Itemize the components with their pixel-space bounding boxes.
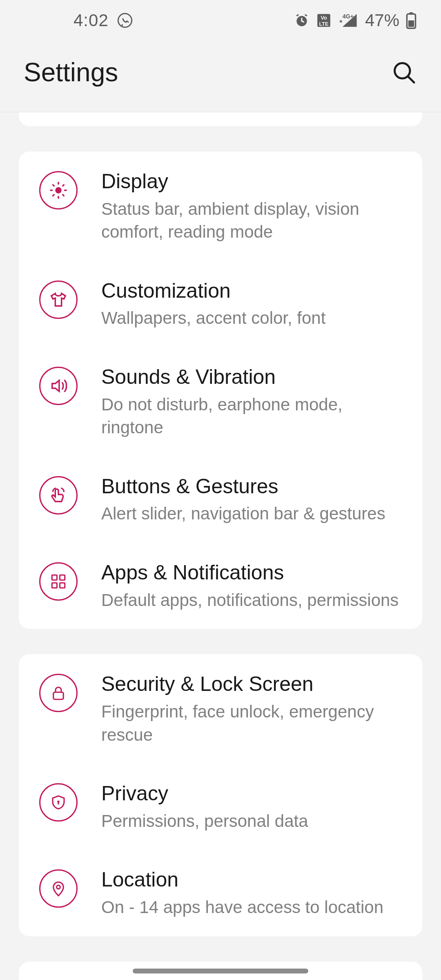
pin-icon xyxy=(39,869,78,908)
svg-text:LTE: LTE xyxy=(319,21,328,27)
status-time: 4:02 xyxy=(74,11,109,30)
settings-row-privacy[interactable]: Privacy Permissions, personal data xyxy=(19,764,422,850)
shield-icon xyxy=(39,783,78,822)
row-title: Sounds & Vibration xyxy=(101,364,402,390)
row-subtitle: Status bar, ambient display, vision comf… xyxy=(101,198,402,244)
svg-rect-14 xyxy=(52,575,57,580)
svg-rect-9 xyxy=(410,12,413,14)
settings-row-display[interactable]: Display Status bar, ambient display, vis… xyxy=(19,151,422,261)
brightness-icon xyxy=(39,171,78,209)
row-title: Location xyxy=(101,867,383,893)
svg-line-12 xyxy=(408,76,414,82)
battery-icon xyxy=(406,12,416,29)
svg-rect-16 xyxy=(52,583,57,588)
page-title: Settings xyxy=(24,57,118,87)
row-subtitle: Alert slider, navigation bar & gestures xyxy=(101,502,385,526)
whatsapp-icon xyxy=(117,12,133,29)
settings-group-cutoff-top xyxy=(19,112,422,126)
search-button[interactable] xyxy=(389,58,419,87)
row-title: Security & Lock Screen xyxy=(101,671,402,697)
settings-row-security[interactable]: Security & Lock Screen Fingerprint, face… xyxy=(19,654,422,764)
settings-row-location[interactable]: Location On - 14 apps have access to loc… xyxy=(19,850,422,936)
touch-icon xyxy=(39,476,78,514)
status-bar: 4:02 Vo LTE 4G xyxy=(0,0,441,41)
row-subtitle: Permissions, personal data xyxy=(101,810,308,833)
settings-group: Security & Lock Screen Fingerprint, face… xyxy=(19,654,422,936)
signal-icon: 4G+ xyxy=(338,13,359,28)
row-subtitle: Wallpapers, accent color, font xyxy=(101,307,325,330)
svg-text:Vo: Vo xyxy=(321,15,327,21)
svg-point-13 xyxy=(55,187,61,193)
alarm-icon xyxy=(294,13,310,28)
battery-percent: 47% xyxy=(365,11,399,30)
row-title: Buttons & Gestures xyxy=(101,474,385,499)
row-subtitle: Do not disturb, earphone mode, ringtone xyxy=(101,393,402,439)
svg-point-0 xyxy=(118,13,131,27)
svg-rect-15 xyxy=(60,575,65,580)
row-title: Privacy xyxy=(101,781,308,806)
app-bar: Settings xyxy=(0,41,441,112)
row-title: Apps & Notifications xyxy=(101,560,399,586)
settings-row-apps[interactable]: Apps & Notifications Default apps, notif… xyxy=(19,543,422,629)
row-subtitle: On - 14 apps have access to location xyxy=(101,896,383,919)
volte-icon: Vo LTE xyxy=(316,13,332,28)
row-title: Customization xyxy=(101,278,325,304)
shirt-icon xyxy=(39,281,78,319)
row-subtitle: Fingerprint, face unlock, emergency resc… xyxy=(101,700,402,746)
gesture-nav-handle[interactable] xyxy=(133,969,308,973)
settings-scroll[interactable]: Display Status bar, ambient display, vis… xyxy=(0,112,441,980)
row-title: Display xyxy=(101,169,402,194)
svg-rect-18 xyxy=(53,693,64,700)
settings-row-sounds[interactable]: Sounds & Vibration Do not disturb, earph… xyxy=(19,347,422,457)
settings-group: Display Status bar, ambient display, vis… xyxy=(19,151,422,629)
speaker-icon xyxy=(39,367,78,405)
search-icon xyxy=(392,60,416,85)
grid-icon xyxy=(39,562,78,601)
settings-row-buttons[interactable]: Buttons & Gestures Alert slider, navigat… xyxy=(19,457,422,543)
svg-point-21 xyxy=(57,886,60,889)
settings-row-customization[interactable]: Customization Wallpapers, accent color, … xyxy=(19,261,422,347)
row-subtitle: Default apps, notifications, permissions xyxy=(101,589,399,612)
lock-icon xyxy=(39,674,78,712)
svg-rect-10 xyxy=(408,20,414,27)
svg-rect-17 xyxy=(60,583,65,588)
svg-point-19 xyxy=(57,801,60,803)
